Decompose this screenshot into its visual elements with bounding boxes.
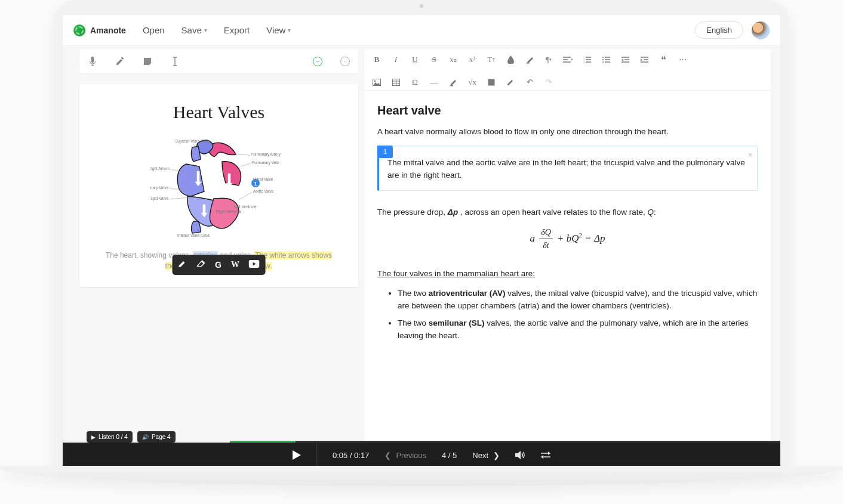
ordered-list-icon[interactable]: 123 <box>582 54 592 65</box>
more-icon[interactable]: ⋯ <box>677 54 688 65</box>
neutral-emoji-icon[interactable]: ·· <box>339 55 351 67</box>
volume-icon[interactable] <box>515 451 525 459</box>
context-toolbar: G W <box>172 255 266 275</box>
strikethrough-icon[interactable]: S <box>429 54 439 65</box>
header-right: English <box>695 21 770 39</box>
speaker-small-icon: 🔊 <box>142 434 149 440</box>
equation: a δQδt + bQ2 = Δp <box>377 226 758 252</box>
svg-point-18 <box>374 81 376 82</box>
list-heading: The four valves in the mammalian heart a… <box>377 268 758 280</box>
subscript-icon[interactable]: x₂ <box>448 54 459 65</box>
svg-text:1: 1 <box>254 181 257 187</box>
horizontal-rule-icon[interactable]: — <box>429 77 439 88</box>
special-char-icon[interactable]: Ω <box>410 77 420 88</box>
slide-card: Heart Valves <box>79 84 358 287</box>
italic-icon[interactable]: I <box>390 54 401 65</box>
note-close-icon[interactable]: × <box>748 150 752 161</box>
play-small-icon: ▶ <box>91 434 96 440</box>
eraser-icon[interactable] <box>196 259 205 270</box>
draw-icon[interactable] <box>178 259 186 270</box>
user-avatar[interactable] <box>752 21 770 39</box>
menu-export[interactable]: Export <box>224 25 250 35</box>
superscript-icon[interactable]: x² <box>467 54 478 65</box>
editor-toolbar: B I U S x₂ x² TT ¶▾ ▾ 123 <box>364 50 771 91</box>
clear-format-icon[interactable] <box>524 54 535 65</box>
svg-line-4 <box>240 163 251 166</box>
caret-down-icon: ▾ <box>204 27 207 33</box>
indent-icon[interactable] <box>639 54 650 65</box>
highlighter-icon[interactable] <box>448 77 459 88</box>
image-icon[interactable] <box>371 77 382 88</box>
font-size-icon[interactable]: TT <box>486 54 497 65</box>
ink-drop-icon[interactable] <box>505 54 516 65</box>
chevron-left-icon: ❮ <box>384 451 391 460</box>
undo-icon[interactable]: ↶ <box>524 77 535 88</box>
svg-point-16 <box>602 61 604 63</box>
text-cursor-icon[interactable] <box>169 55 181 67</box>
laptop-frame: Amanote Open Save▾ Export View▾ English <box>0 0 843 504</box>
editor-intro: A heart valve normally allows blood to f… <box>377 126 758 138</box>
underline-icon[interactable]: U <box>410 54 420 65</box>
label-ivc: Inferior Vena Cava <box>177 233 210 237</box>
page-pill[interactable]: 🔊 Page 4 <box>137 431 176 443</box>
label-mv: Mitral Valve <box>253 177 273 181</box>
blockquote-icon[interactable]: ❝ <box>658 54 669 65</box>
menu-open[interactable]: Open <box>143 25 165 35</box>
sticky-note-icon[interactable] <box>141 55 153 67</box>
svg-rect-20 <box>450 85 453 86</box>
camera-dot <box>420 4 423 8</box>
wikipedia-icon[interactable]: W <box>231 260 239 270</box>
screen-bezel: Amanote Open Save▾ Export View▾ English <box>54 0 789 468</box>
valve-list: The two atrioventricular (AV) valves, th… <box>377 287 758 342</box>
bold-icon[interactable]: B <box>371 54 382 65</box>
label-svc: Superior Vena Cava <box>174 139 210 144</box>
svg-point-15 <box>602 59 604 60</box>
outdent-icon[interactable] <box>620 54 630 65</box>
list-item: The two atrioventricular (AV) valves, th… <box>398 287 758 313</box>
slide-title: Heart Valves <box>95 102 343 122</box>
svg-point-14 <box>602 57 604 58</box>
svg-text:3: 3 <box>583 61 584 63</box>
slide-column: ⌣ ·· Heart Valves <box>63 46 358 443</box>
youtube-icon[interactable] <box>249 260 260 270</box>
audio-time: 0:05 / 0:17 <box>333 451 369 460</box>
pen-icon[interactable] <box>505 77 516 88</box>
svg-line-5 <box>239 192 252 200</box>
svg-line-3 <box>235 154 250 155</box>
audio-page-indicator: 4 / 5 <box>442 451 457 460</box>
play-button[interactable] <box>293 450 301 460</box>
audio-progress-track[interactable] <box>230 441 780 443</box>
note-text: The mitral valve and the aortic valve ar… <box>387 158 745 180</box>
menu-save[interactable]: Save▾ <box>181 25 207 35</box>
app-logo-icon <box>73 24 85 36</box>
table-icon[interactable] <box>390 77 401 88</box>
microphone-icon[interactable] <box>87 55 99 67</box>
formula-icon[interactable]: √x <box>467 77 478 88</box>
pencil-icon[interactable] <box>114 55 126 67</box>
main-menu: Open Save▾ Export View▾ <box>143 25 291 35</box>
redo-icon[interactable]: ↷ <box>543 77 554 88</box>
label-lv: Left Ventricle <box>234 205 257 209</box>
google-icon[interactable]: G <box>215 260 221 270</box>
language-button[interactable]: English <box>695 21 743 39</box>
label-pvlv: Pulmonary Valve <box>150 185 168 190</box>
laptop-base <box>0 466 843 486</box>
next-button[interactable]: Next ❯ <box>472 451 500 460</box>
smile-emoji-icon[interactable]: ⌣ <box>312 55 324 67</box>
previous-button[interactable]: ❮ Previous <box>384 451 426 460</box>
divider <box>316 443 317 468</box>
swap-icon[interactable] <box>541 452 550 459</box>
paragraph-icon[interactable]: ¶▾ <box>543 54 554 65</box>
brand-name: Amanote <box>90 26 126 35</box>
note-box-icon[interactable] <box>486 77 497 88</box>
unordered-list-icon[interactable] <box>601 54 611 65</box>
editor-content[interactable]: Heart valve A heart valve normally allow… <box>364 91 771 358</box>
align-icon[interactable]: ▾ <box>562 54 573 65</box>
listen-pill[interactable]: ▶ Listen 0 / 4 <box>87 431 133 443</box>
menu-view[interactable]: View▾ <box>266 25 291 35</box>
editor-column: B I U S x₂ x² TT ¶▾ ▾ 123 <box>358 46 780 443</box>
app-header: Amanote Open Save▾ Export View▾ English <box>63 15 780 46</box>
app-window: Amanote Open Save▾ Export View▾ English <box>62 14 781 468</box>
editor-panel: B I U S x₂ x² TT ¶▾ ▾ 123 <box>364 50 771 443</box>
reference-note-box: 1 × The mitral valve and the aortic valv… <box>377 146 758 191</box>
